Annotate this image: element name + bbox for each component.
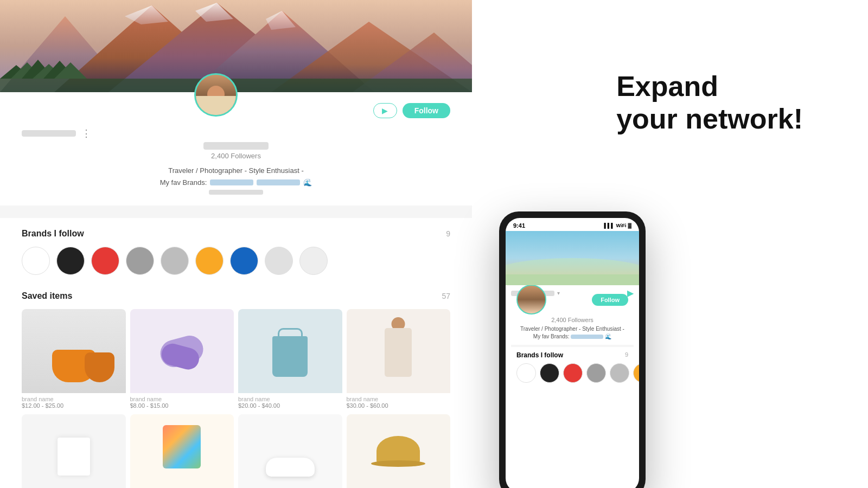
more-options-button[interactable]: ⋮ <box>81 127 91 139</box>
item-price-socks: $12.00 - $25.00 <box>22 402 126 409</box>
username-blurred <box>22 130 76 137</box>
saved-section-header: Saved items 57 <box>22 291 450 301</box>
item-card-hat[interactable] <box>347 414 451 488</box>
item-price-hairclip: $8.00 - $15.00 <box>130 402 234 409</box>
promo-line2: your network! <box>616 103 803 134</box>
phone-brand-6[interactable] <box>633 363 639 383</box>
brand-circle-4[interactable] <box>126 247 154 275</box>
item-card-woman[interactable]: brand name $30.00 - $60.00 <box>347 309 451 410</box>
bio-line1: Traveler / Photographer - Style Enthusia… <box>168 166 304 175</box>
brand-circle-8[interactable] <box>265 247 293 275</box>
wifi-icon: WiFi <box>616 223 627 228</box>
phone-brand-3[interactable] <box>563 363 583 383</box>
phone-profile-section: ▾ ▶ Follow 2,400 Followers Traveler / Ph… <box>506 285 639 388</box>
divider-1 <box>0 214 472 218</box>
phone-mockup: 9:41 ▌▌▌ WiFi ▓ <box>499 211 646 488</box>
brands-section-header: Brands I follow 9 <box>22 229 450 239</box>
phone-avatar <box>516 285 546 314</box>
phone-brands-count: 9 <box>625 351 628 359</box>
brands-section-title: Brands I follow <box>22 229 84 239</box>
item-image-totebag <box>238 309 342 393</box>
brand-link-1[interactable] <box>210 179 253 185</box>
item-image-sneakers <box>238 414 342 488</box>
item-brand-hairclip: brand name <box>130 396 234 402</box>
promo-line1: Expand <box>616 70 718 102</box>
brand-circle-3[interactable] <box>91 247 119 275</box>
brand-circle-1[interactable] <box>22 247 50 275</box>
profile-name-blurred <box>203 142 269 150</box>
brand-circle-9[interactable] <box>299 247 328 275</box>
phone-brands-title: Brands I follow <box>516 351 563 359</box>
phone-avatar-wrap: Follow <box>511 285 634 314</box>
item-price-totebag: $20.00 - $40.00 <box>238 402 342 409</box>
brand-circle-6[interactable] <box>195 247 224 275</box>
brands-section: Brands I follow 9 <box>0 218 472 283</box>
item-brand-socks: brand name <box>22 396 126 402</box>
item-meta-socks: brand name $12.00 - $25.00 <box>22 393 126 410</box>
phone-bio: Traveler / Photographer - Style Enthusia… <box>511 325 634 341</box>
profile-avatar-wrap <box>194 73 238 117</box>
brand-link-2[interactable] <box>257 179 300 185</box>
saved-section-title: Saved items <box>22 291 72 301</box>
phone-brands-header: Brands I follow 9 <box>516 351 628 359</box>
left-panel: ⋮ ▶ Follow 2,400 Followers Traveler / Ph… <box>0 0 472 488</box>
item-meta-woman: brand name $30.00 - $60.00 <box>347 393 451 410</box>
bio-extra-blurred <box>209 190 263 195</box>
follow-button[interactable]: Follow <box>403 103 450 118</box>
location-icon: ▶ <box>382 106 388 115</box>
phone-brands-list <box>516 363 628 383</box>
wave-emoji: 🌊 <box>303 177 312 188</box>
brand-circle-2[interactable] <box>56 247 85 275</box>
item-image-socks <box>22 309 126 393</box>
item-image-hat <box>347 414 451 488</box>
phone-bio-line1: Traveler / Photographer - Style Enthusia… <box>520 326 624 332</box>
item-image-tshirt <box>22 414 126 488</box>
items-grid: brand name $12.00 - $25.00 brand name $8… <box>22 309 450 488</box>
signal-icon: ▌▌▌ <box>604 223 614 228</box>
item-brand-totebag: brand name <box>238 396 342 402</box>
item-card-tshirt[interactable] <box>22 414 126 488</box>
item-card-socks[interactable]: brand name $12.00 - $25.00 <box>22 309 126 410</box>
profile-bio: Traveler / Photographer - Style Enthusia… <box>22 165 450 195</box>
brands-count: 9 <box>446 229 450 238</box>
phone-cover-svg <box>506 231 639 285</box>
svg-rect-19 <box>506 274 639 285</box>
phone-bio-brands-label: My fav Brands: <box>533 333 570 339</box>
right-panel: Expand your network! 9:41 ▌▌▌ WiFi ▓ <box>472 0 868 488</box>
phone-wave: 🌊 <box>605 333 611 339</box>
brand-circle-5[interactable] <box>161 247 189 275</box>
bio-brands: My fav Brands: 🌊 <box>22 177 450 188</box>
item-image-hoodie <box>130 414 234 488</box>
profile-info: 2,400 Followers Traveler / Photographer … <box>0 142 472 195</box>
profile-avatar <box>194 73 238 117</box>
phone-screen: 9:41 ▌▌▌ WiFi ▓ <box>506 218 639 488</box>
item-image-hairclip <box>130 309 234 393</box>
header-actions: ▶ Follow <box>373 98 450 118</box>
phone-follow-button[interactable]: Follow <box>592 294 628 306</box>
avatar-image <box>196 75 236 115</box>
item-brand-woman: brand name <box>347 396 451 402</box>
item-meta-hairclip: brand name $8.00 - $15.00 <box>130 393 234 410</box>
phone-brand-2[interactable] <box>540 363 559 383</box>
phone-brands-section: Brands I follow 9 <box>511 351 634 383</box>
item-card-sneakers[interactable] <box>238 414 342 488</box>
location-button[interactable]: ▶ <box>373 103 397 118</box>
phone-location-icon[interactable]: ▶ <box>627 288 634 298</box>
brands-list <box>22 247 450 275</box>
phone-brand-1[interactable] <box>516 363 536 383</box>
phone-brand-4[interactable] <box>586 363 606 383</box>
item-card-totebag[interactable]: brand name $20.00 - $40.00 <box>238 309 342 410</box>
brand-circle-7[interactable] <box>230 247 258 275</box>
phone-frame: 9:41 ▌▌▌ WiFi ▓ <box>499 211 646 488</box>
item-card-hoodie[interactable] <box>130 414 234 488</box>
phone-username-chevron: ▾ <box>557 290 560 296</box>
item-meta-totebag: brand name $20.00 - $40.00 <box>238 393 342 410</box>
phone-brand-5[interactable] <box>610 363 629 383</box>
item-card-hairclip[interactable]: brand name $8.00 - $15.00 <box>130 309 234 410</box>
battery-icon: ▓ <box>628 223 631 228</box>
saved-section: Saved items 57 brand name $12.00 - $25.0… <box>0 283 472 488</box>
phone-followers: 2,400 Followers <box>511 317 634 323</box>
phone-status-bar: 9:41 ▌▌▌ WiFi ▓ <box>506 218 639 231</box>
phone-time: 9:41 <box>513 222 525 229</box>
promo-heading: Expand your network! <box>616 70 803 136</box>
